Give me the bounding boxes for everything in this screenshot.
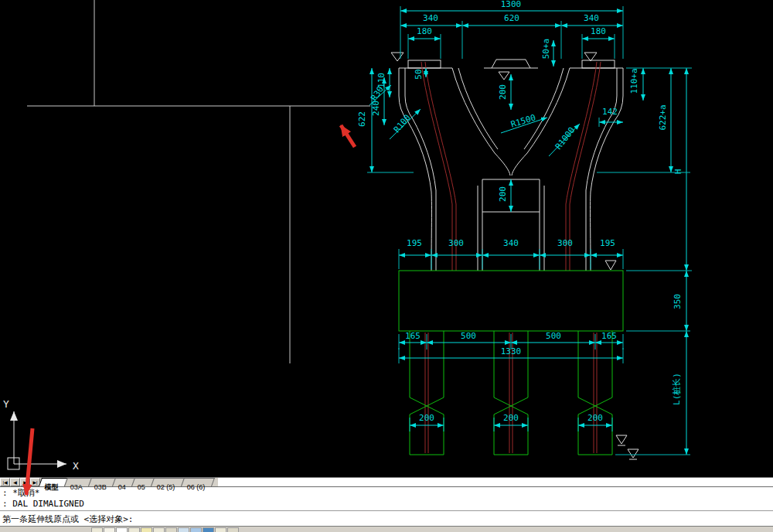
dimension-label: 622 (357, 111, 367, 127)
ucs-y-label: Y (3, 398, 9, 410)
dimension-label: 500 (546, 331, 561, 341)
dimension-label: 200 (503, 413, 519, 423)
dimension-label: 180 (417, 26, 432, 36)
layout-tab-label: 03B (94, 483, 107, 491)
layout-tabs: 模型03A03B040502 (5)06 (6) (40, 478, 218, 486)
toolbar-icon[interactable] (104, 527, 115, 532)
toolbar-icon[interactable] (165, 527, 177, 532)
command-line-window[interactable]: : *取消*: DAL DIMALIGNED 第一条延伸线原点或 <选择对象>: (0, 486, 773, 526)
tab-scroll-button[interactable]: ◀ (10, 478, 20, 486)
dimension-label: 200 (498, 186, 508, 202)
dimension-label: 620 (504, 13, 519, 23)
tab-scroll-button[interactable]: |◀ (0, 478, 10, 486)
dimension-label: 240 (371, 101, 381, 116)
dimension-label: 500 (461, 331, 476, 341)
dimension-label: 200 (587, 413, 603, 423)
dimension-label: 180 (591, 26, 606, 36)
toolbar-icon[interactable] (128, 527, 140, 532)
footing-and-piles (399, 271, 623, 455)
layout-tab-label: 05 (138, 483, 145, 491)
dimension-label: 200 (419, 413, 434, 423)
layout-tab-label: 模型 (45, 483, 59, 491)
dimension-label: H (673, 169, 683, 175)
toolbar-icon[interactable] (215, 527, 226, 532)
dimension-label: 1300 (501, 0, 522, 9)
dimension-label: 1330 (501, 346, 522, 356)
dimension-label: 340 (584, 13, 599, 23)
dimension-label: 110+a (629, 68, 639, 94)
dimension-label: 300 (557, 238, 573, 248)
dimension-label: 50 (414, 69, 424, 79)
dimension-label: 200 (498, 84, 508, 100)
layout-tab-label: 06 (6) (186, 483, 205, 491)
layout-tab-bar: |◀◀▶▶| 模型03A03B040502 (5)06 (6) (0, 477, 773, 486)
toolbar-icon[interactable] (91, 527, 103, 532)
toolbar-icon[interactable] (116, 527, 128, 532)
bottom-toolbar (0, 526, 773, 532)
dimension-label: R1500 (509, 113, 536, 130)
dimension-label: 340 (503, 238, 519, 248)
tab-nav-buttons: |◀◀▶▶| (0, 478, 40, 486)
dimension-label: 300 (448, 238, 464, 248)
command-history: : *取消*: DAL DIMALIGNED (0, 487, 773, 510)
crosshair-lines (27, 0, 370, 363)
dimension-label: L(桩长) (672, 373, 682, 405)
dimension-label: 50+a (541, 39, 551, 60)
layout-tab-label: 02 (5) (157, 483, 175, 491)
dimension-label: 142 (602, 107, 618, 117)
layout-tab-label: 04 (118, 483, 126, 491)
dimension-label: R100 (392, 112, 413, 135)
toolbar-icon[interactable] (190, 527, 202, 532)
dimension-label: 622+a (658, 104, 668, 130)
dimension-label: 165 (601, 331, 617, 341)
dimension-label: 195 (600, 238, 615, 248)
drawing-canvas[interactable]: 130034062034018018050+a11050200R30240622… (0, 0, 773, 477)
toolbar-icon[interactable] (141, 527, 152, 532)
dimension-label: 340 (423, 13, 438, 23)
command-history-line: : DAL DIMALIGNED (2, 499, 773, 510)
autocad-window: 130034062034018018050+a11050200R30240622… (0, 0, 773, 532)
toolbar-icon[interactable] (227, 527, 239, 532)
ucs-x-label: X (73, 460, 79, 472)
toolbar-icon[interactable] (203, 527, 214, 532)
tab-scroll-button[interactable]: ▶ (20, 478, 30, 486)
ucs-icon: Y X (3, 398, 79, 472)
toolbar-icon[interactable] (153, 527, 165, 532)
dimension-label: 195 (407, 238, 422, 248)
layout-tab[interactable]: 02 (5) (151, 478, 185, 486)
toolbar-icon[interactable] (178, 527, 189, 532)
dimension-label: 350 (673, 294, 683, 309)
dimension-label: 165 (405, 331, 421, 341)
layout-tab-label: 03A (70, 483, 83, 491)
dimension-label: R1000 (553, 125, 577, 152)
model-space-canvas[interactable]: 130034062034018018050+a11050200R30240622… (0, 0, 773, 477)
layout-tab[interactable]: 06 (6) (181, 478, 215, 486)
